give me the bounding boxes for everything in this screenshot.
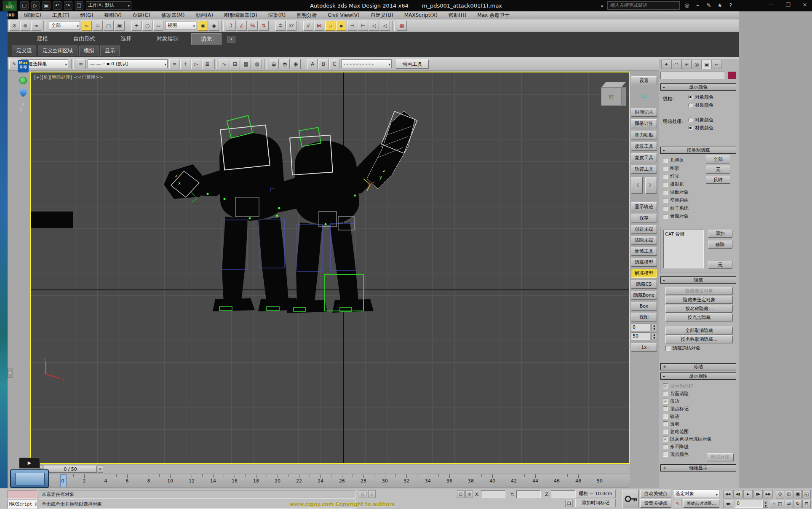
bind-to-space-warp-icon[interactable]: ≈ (31, 21, 41, 31)
ribbon-subtab-显示[interactable]: 显示 (100, 46, 120, 56)
page-next-button[interactable]: 》 (645, 177, 657, 194)
rendered-frame-window-icon[interactable]: ◓ (280, 59, 290, 69)
selection-lock-icon[interactable]: ⌸ (359, 490, 366, 498)
hide-frozen-checkbox[interactable]: 隐藏冻结对象 (665, 344, 735, 352)
menu-item-3[interactable]: 视图(V) (99, 11, 127, 19)
property-checkbox-显示为外框[interactable]: ✓显示为外框 (663, 382, 735, 390)
object-name-field[interactable] (660, 72, 724, 79)
render-preset-c-icon[interactable]: C (329, 59, 339, 69)
select-objects-in-layer-icon[interactable]: ▻ (191, 59, 201, 69)
frame-spinner[interactable]: ▲▼ (763, 500, 768, 508)
track-bar[interactable]: ⇅ 02468101214161820222426283032343638404… (30, 474, 630, 488)
tool-button-清除末端[interactable]: 清除末端 (631, 236, 657, 245)
play-button[interactable]: ▶ (743, 490, 753, 498)
menu-item-5[interactable]: 修改器(M) (156, 11, 190, 19)
taskbar-thumbnail[interactable] (10, 469, 49, 488)
viewport-front[interactable]: [+][前][明暗处理]<<已禁用>> x z (30, 72, 630, 464)
shaded-object-radio[interactable]: 对象颜色 (688, 116, 713, 124)
maxscript-mini-listener[interactable]: MAXScript 迷 (8, 500, 37, 509)
checkbox[interactable] (663, 444, 668, 449)
search-input[interactable]: 键入关键字或短语 (607, 1, 680, 10)
cat-移除-button[interactable]: 移除 (708, 241, 732, 249)
mirror-icon[interactable]: ⋈ (314, 21, 324, 31)
menu-item-6[interactable]: 动画(A) (190, 11, 219, 19)
maxscript-mini-recorder[interactable] (8, 490, 37, 499)
schematic-view-icon[interactable]: ⊟ (230, 59, 240, 69)
viewcube-top-face[interactable] (601, 82, 626, 88)
x-coordinate-field[interactable] (481, 490, 505, 498)
hierarchy-tab-icon[interactable]: ⊞ (681, 60, 692, 69)
modify-tab-icon[interactable]: ◠ (671, 60, 681, 69)
percent-snap-icon[interactable]: % (248, 21, 258, 31)
motion-tab-icon[interactable]: ◎ (692, 60, 702, 69)
menu-item-11[interactable]: 自定义(U) (365, 11, 399, 19)
zoom-extents-icon[interactable]: ▣ (793, 490, 802, 498)
menu-item-7[interactable]: 图形编辑器(D) (219, 11, 263, 19)
layer-dropdown[interactable]: — — ◦ ▪ 0 (默认) (88, 59, 168, 68)
menu-item-8[interactable]: 渲染(R) (263, 11, 291, 19)
wrench-icon[interactable]: ⌁ (692, 1, 703, 10)
menu-item-12[interactable]: MAXScript(X) (399, 11, 443, 19)
viewcube-front-face[interactable]: 前 (601, 87, 621, 106)
redo-icon[interactable]: ↷ (64, 1, 72, 10)
align-icon[interactable]: ⊣ (347, 21, 357, 31)
ribbon-tab-填充[interactable]: 填充 (191, 33, 222, 45)
y-coordinate-field[interactable] (516, 490, 541, 498)
key-mode-dropdown[interactable]: 选定对象 (673, 490, 719, 498)
go-to-start-button[interactable]: ◀◀ (723, 490, 732, 498)
project-folder-icon[interactable]: ❏ (75, 1, 83, 10)
ribbon-subtab-定义空闲区域[interactable]: 定义空闲区域 (38, 46, 77, 56)
tool-button-- 1x -[interactable]: - 1x - (631, 343, 657, 352)
xy-constraint-icon[interactable]: XY (286, 21, 296, 31)
key-filters-button[interactable]: 关键点过滤器... (683, 499, 719, 508)
edit-named-selection-sets-icon[interactable]: ✲ (275, 21, 286, 31)
category-全部-button[interactable]: 全部 (706, 155, 730, 163)
property-checkbox-仅边[interactable]: ✓仅边 (663, 397, 735, 405)
help-icon[interactable]: ? (725, 1, 736, 10)
tool-button-创建末端[interactable]: 创建末端 (631, 225, 657, 234)
render-setup-teapot-icon[interactable]: ◒ (269, 59, 279, 69)
animation-tools-button[interactable]: 动画工具 (396, 59, 429, 69)
window-crossing-icon[interactable]: ▣ (115, 21, 125, 31)
rollout-header[interactable]: -显示属性 (660, 372, 736, 380)
ribbon-tab-选择[interactable]: 选择 (108, 33, 144, 45)
rectangular-region-icon[interactable]: ▢ (104, 21, 114, 31)
checkbox[interactable] (665, 346, 670, 351)
display-tab-icon[interactable]: ▣ (702, 60, 712, 69)
snap-toggle-3-icon[interactable]: 3 (226, 21, 236, 31)
select-and-rotate-icon[interactable]: ○ (142, 21, 152, 31)
property-checkbox-以灰色显示冻结对象[interactable]: ✓以灰色显示冻结对象 (663, 435, 735, 443)
category-无-button[interactable]: 无 (706, 166, 730, 174)
tool-button-暴力粘贴[interactable]: 暴力粘贴 (631, 131, 657, 139)
new-file-icon[interactable]: ▢ (20, 1, 29, 10)
checkbox[interactable] (663, 190, 668, 195)
minimize-button[interactable]: ─ (767, 2, 776, 8)
hide-button[interactable]: 按名称取消隐藏... (665, 335, 733, 343)
wireframe-object-radio[interactable]: 对象颜色 (688, 93, 713, 101)
tool-button-飘带计算[interactable]: 飘带计算 (631, 119, 657, 128)
unlink-selection-icon[interactable]: ⊗ (20, 21, 30, 31)
taskbar-play-button[interactable]: ▶ (19, 458, 40, 469)
checkbox[interactable] (663, 391, 668, 396)
app-logo[interactable]: ≋MXD (3, 0, 17, 11)
keyframe-off-icon[interactable]: ▪ (336, 21, 346, 31)
previous-frame-button[interactable]: ◀▮ (733, 490, 743, 498)
close-button[interactable]: ✕ (800, 2, 809, 8)
hide-button[interactable]: 全部取消隐藏 (665, 327, 733, 335)
set-key-button[interactable]: 设置关键点 (640, 499, 671, 508)
maximize-viewport-icon[interactable]: ⊡ (802, 500, 811, 508)
zoom-all-icon[interactable]: ⊞ (785, 490, 793, 498)
pan-icon[interactable]: ⇄ (785, 500, 793, 508)
absolute-mode-icon[interactable]: ⊡ (457, 490, 465, 498)
select-object-icon[interactable]: ▻ (82, 21, 92, 31)
material-editor-icon[interactable]: ◍ (252, 59, 262, 69)
render-production-icon[interactable]: ◉ (291, 59, 301, 69)
range-value-field[interactable]: 0 (631, 324, 650, 331)
time-tag-cube-icon[interactable]: ❏ (565, 500, 573, 507)
angle-snap-icon[interactable]: ∠ (237, 21, 247, 31)
menu-item-0[interactable]: 编辑(E) (19, 11, 47, 19)
cat-bone-list[interactable]: CAT 骨骼 (663, 230, 704, 268)
shaded-processing-button[interactable]: 明暗处理 (707, 453, 734, 461)
create-tab-icon[interactable]: ✦ (661, 60, 671, 69)
tool-button-解冻模型[interactable]: 解冻模型 (631, 269, 657, 278)
